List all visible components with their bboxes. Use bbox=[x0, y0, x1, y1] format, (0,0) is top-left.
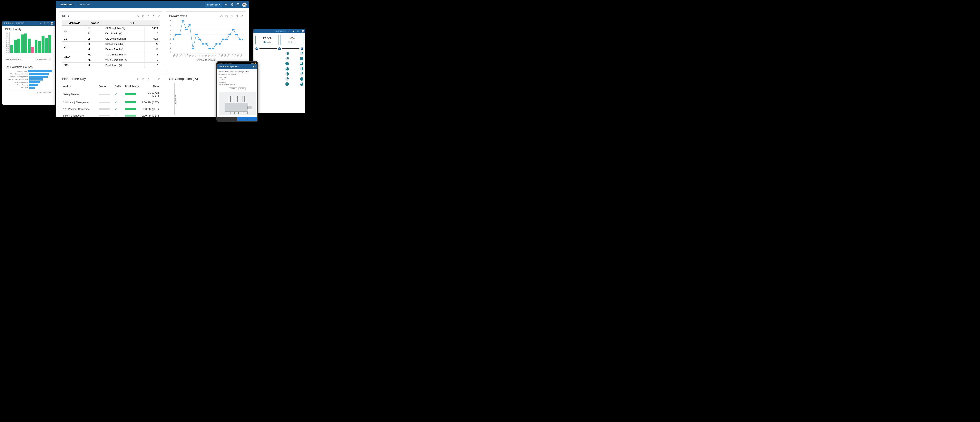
svg-rect-37 bbox=[153, 78, 154, 80]
oee-bar[interactable] bbox=[35, 40, 38, 53]
filter-dropdown[interactable]: select filter bbox=[205, 3, 222, 7]
stat-card-basic[interactable]: 12.5% Basic bbox=[255, 35, 279, 45]
help-icon[interactable]: ? bbox=[47, 22, 49, 24]
edit-icon[interactable] bbox=[157, 15, 160, 17]
svg-point-19 bbox=[191, 48, 194, 49]
oee-bar[interactable] bbox=[28, 39, 30, 53]
help-icon[interactable] bbox=[297, 30, 299, 32]
gear-icon[interactable] bbox=[293, 30, 294, 32]
downtime-row: Labeler - Skipping Labels bbox=[5, 76, 52, 78]
training-row bbox=[255, 66, 304, 71]
clipboard-icon[interactable] bbox=[235, 15, 238, 17]
pie-icon[interactable] bbox=[300, 57, 304, 60]
oee-bar[interactable] bbox=[38, 41, 41, 53]
bolt-icon[interactable] bbox=[288, 30, 290, 32]
svg-point-4 bbox=[137, 15, 139, 17]
proficiency-bar bbox=[125, 101, 136, 103]
stat-card-none[interactable]: 50% None bbox=[280, 35, 304, 45]
edit-icon[interactable] bbox=[240, 15, 243, 17]
tab-overview[interactable]: OVERVIEW bbox=[78, 2, 90, 8]
svg-point-15 bbox=[178, 34, 181, 35]
avatar[interactable]: AG bbox=[51, 22, 53, 25]
oee-bar[interactable] bbox=[41, 36, 45, 53]
tab-dashboard[interactable]: DASHBOARD bbox=[4, 21, 14, 25]
kpi-row: MP&SMLWO's Scheduled (#)3 bbox=[62, 52, 160, 57]
oee-bar[interactable] bbox=[21, 35, 24, 53]
next-icon[interactable]: › bbox=[51, 59, 52, 60]
oee-bar[interactable] bbox=[45, 38, 48, 53]
chevron-down-icon bbox=[219, 4, 220, 5]
proficiency-bar bbox=[125, 108, 136, 110]
pie-icon[interactable] bbox=[300, 82, 304, 86]
copy-icon[interactable] bbox=[142, 15, 145, 17]
gear-icon[interactable] bbox=[137, 15, 140, 17]
gear-icon[interactable] bbox=[220, 15, 223, 17]
bolt-icon[interactable] bbox=[224, 3, 228, 6]
trash-icon[interactable] bbox=[147, 78, 150, 80]
prev-icon[interactable]: ‹ bbox=[194, 59, 194, 61]
oee-bar[interactable] bbox=[14, 40, 17, 53]
pass-button[interactable]: Pass bbox=[229, 87, 237, 90]
clipboard-icon[interactable] bbox=[152, 15, 155, 17]
svg-rect-10 bbox=[226, 16, 228, 17]
pie-icon[interactable] bbox=[285, 67, 289, 71]
gear-icon[interactable] bbox=[137, 78, 140, 80]
pie-icon[interactable] bbox=[285, 57, 289, 60]
pie-icon[interactable] bbox=[285, 52, 289, 55]
kpi-row: CLPLCL Completion (%)100% bbox=[62, 26, 160, 31]
avatar[interactable]: AG bbox=[242, 3, 247, 7]
tab-overview[interactable]: OVERVIEW bbox=[16, 21, 24, 25]
svg-point-16 bbox=[181, 20, 184, 21]
clipboard-icon[interactable] bbox=[152, 78, 155, 80]
oee-bar[interactable] bbox=[31, 47, 34, 53]
user-icon[interactable] bbox=[253, 65, 256, 68]
svg-point-13 bbox=[173, 39, 174, 40]
pie-icon[interactable] bbox=[285, 72, 289, 76]
help-icon[interactable]: ? bbox=[236, 3, 240, 6]
check-icon: ✓ bbox=[115, 93, 117, 96]
oee-bar[interactable] bbox=[17, 39, 20, 53]
tablet-back[interactable] bbox=[217, 117, 237, 121]
filter-dropdown[interactable]: select filter bbox=[275, 30, 286, 32]
next-icon[interactable]: › bbox=[218, 59, 218, 61]
plan-row: Safety Meeting✓11:00 AM (CST) bbox=[62, 90, 159, 99]
svg-point-21 bbox=[198, 39, 201, 40]
pie-icon[interactable] bbox=[300, 77, 304, 81]
trash-icon[interactable] bbox=[147, 15, 150, 17]
pie-icon[interactable] bbox=[300, 67, 304, 71]
svg-rect-11 bbox=[226, 15, 227, 17]
downtime-row: Labeler - Jam bbox=[5, 70, 52, 72]
edit-icon[interactable] bbox=[157, 78, 160, 80]
next-icon[interactable]: › bbox=[51, 91, 52, 94]
oee-bar[interactable] bbox=[10, 44, 13, 53]
oee-bar[interactable] bbox=[48, 35, 51, 53]
avatar[interactable]: AG bbox=[302, 30, 304, 33]
gear-icon[interactable] bbox=[43, 22, 46, 24]
copy-icon[interactable] bbox=[225, 15, 228, 17]
fail-button[interactable]: Fail bbox=[238, 87, 246, 90]
date-range: 4/30/21 to 5/30/21 bbox=[37, 92, 51, 94]
proficiency-bar bbox=[125, 114, 136, 117]
pie-icon[interactable] bbox=[285, 82, 289, 86]
tab-dashboard[interactable]: DASHBOARD bbox=[59, 2, 73, 8]
svg-point-34 bbox=[242, 39, 243, 40]
pie-icon[interactable] bbox=[300, 72, 304, 76]
check-icon: ✓ bbox=[115, 114, 117, 117]
prev-icon[interactable]: ‹ bbox=[36, 91, 36, 94]
pie-icon[interactable] bbox=[300, 62, 304, 65]
tablet-header: WORKORDER | Review bbox=[217, 64, 257, 69]
gear-icon[interactable] bbox=[231, 3, 234, 6]
plan-panel: Plan for the Day Action Owner Skills Pro… bbox=[59, 74, 163, 117]
bolt-icon[interactable] bbox=[40, 22, 42, 24]
pie-icon[interactable] bbox=[285, 62, 289, 65]
kpi-panel: KPIs DMS/SWP Owner KPI CLPLCL Completion… bbox=[59, 11, 163, 71]
trash-icon[interactable] bbox=[230, 15, 233, 17]
tablet-next[interactable]: → bbox=[237, 117, 257, 121]
kpi-row: DHMLDefects Found (#)26 bbox=[62, 41, 160, 47]
pie-icon[interactable] bbox=[300, 52, 304, 55]
workorder-field: Location bbox=[219, 79, 256, 81]
copy-icon[interactable] bbox=[142, 78, 145, 80]
oee-bar[interactable] bbox=[24, 33, 27, 53]
pie-icon[interactable] bbox=[285, 77, 289, 81]
prev-icon[interactable]: ‹ bbox=[36, 59, 36, 60]
